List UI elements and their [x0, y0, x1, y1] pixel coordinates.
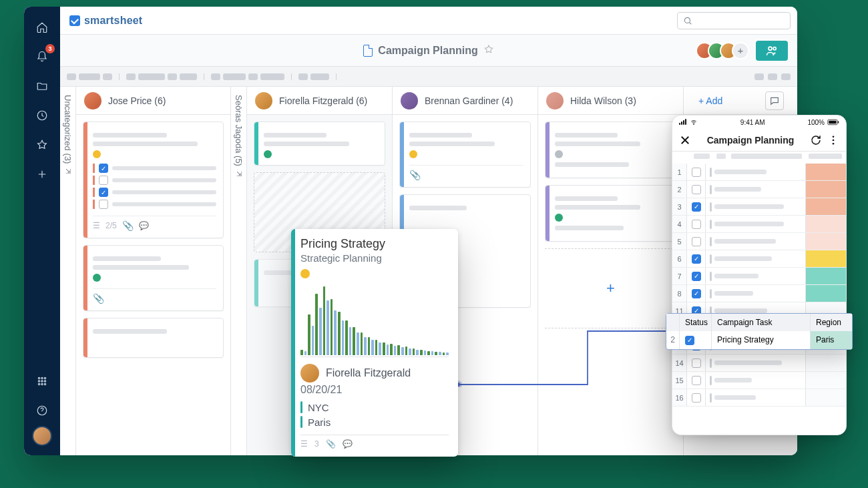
status-dot-icon	[300, 269, 310, 278]
card[interactable]	[83, 318, 224, 358]
add-card-button[interactable]: +	[545, 248, 676, 328]
row-index: 6	[672, 250, 687, 267]
comment-icon[interactable]: 💬	[139, 221, 149, 230]
comment-icon[interactable]: 💬	[343, 439, 353, 449]
table-row[interactable]: 5	[672, 233, 846, 250]
card-tag: Paris	[308, 417, 331, 428]
mobile-row-flyout[interactable]: Status Campaign Task Region 2 ✓ Pricing …	[666, 313, 853, 350]
card[interactable]	[545, 121, 676, 178]
card[interactable]: ✓ ✓ ☰ 2/5 📎 💬	[83, 121, 224, 238]
table-row[interactable]: 1	[672, 164, 846, 181]
row-index: 1	[672, 164, 687, 180]
checkbox-icon[interactable]: ✓	[692, 272, 701, 281]
checkbox-icon[interactable]	[692, 376, 701, 385]
svg-point-1	[38, 377, 39, 379]
avatar	[300, 364, 319, 383]
favorite-toggle-icon[interactable]	[483, 44, 494, 57]
table-row[interactable]: 16	[672, 389, 846, 407]
header-region: Region	[811, 314, 852, 331]
checkbox-icon[interactable]	[692, 185, 701, 194]
swimlane-collapse-icon[interactable]: ⇲	[65, 168, 71, 175]
svg-point-21	[833, 139, 835, 141]
table-row[interactable]: 6✓	[672, 250, 846, 268]
checkbox-icon[interactable]: ✓	[685, 336, 694, 345]
card-tag: NYC	[308, 402, 329, 413]
swimlane-collapse-icon[interactable]: ⇲	[236, 170, 242, 178]
current-user-avatar[interactable]	[32, 426, 52, 446]
collaborators-more[interactable]: +	[732, 42, 749, 59]
card-subtitle: Strategic Planning	[300, 252, 449, 264]
left-nav: 3	[24, 7, 60, 455]
checkbox-icon[interactable]	[692, 358, 701, 368]
row-index: 7	[672, 268, 687, 284]
svg-point-11	[684, 17, 690, 23]
folders-icon[interactable]	[31, 75, 53, 97]
column-title: Fiorella Fitzgerald (6)	[279, 95, 367, 106]
collaborator-avatars[interactable]: +	[701, 42, 749, 59]
attachment-icon: 📎	[122, 220, 134, 231]
notifications-icon[interactable]: 3	[31, 45, 53, 68]
checkbox-icon[interactable]: ✓	[99, 164, 108, 173]
brand-mark-icon	[69, 15, 80, 26]
checkbox-icon[interactable]: ✓	[692, 289, 701, 298]
add-column-button[interactable]: + Add	[692, 95, 722, 106]
mobile-title-bar: Campaign Planning	[672, 129, 846, 152]
swimlane-seoras[interactable]: Seòras Jagoda (5) ⇲	[231, 87, 247, 455]
table-row[interactable]: 7✓	[672, 268, 846, 285]
sheet-tab-bar: Campaign Planning +	[60, 35, 797, 67]
table-row[interactable]: 8✓	[672, 285, 846, 302]
card[interactable]	[254, 121, 385, 166]
brand-logo[interactable]: smartsheet	[69, 15, 142, 27]
home-icon[interactable]	[31, 16, 53, 39]
checkbox-icon[interactable]	[99, 176, 108, 185]
checkbox-icon[interactable]	[692, 168, 701, 177]
apps-icon[interactable]	[31, 370, 53, 393]
swimlane-uncategorized[interactable]: Uncategorized (3) ⇲	[60, 87, 76, 455]
svg-point-20	[833, 136, 835, 138]
close-icon[interactable]	[679, 134, 691, 146]
table-row[interactable]: 4	[672, 216, 846, 233]
row-index: 2	[666, 331, 680, 349]
table-row[interactable]: 3✓	[672, 198, 846, 216]
checkbox-icon[interactable]: ✓	[692, 254, 701, 264]
card-date: 08/20/21	[300, 384, 449, 396]
checkbox-icon[interactable]	[692, 220, 701, 229]
top-bar: smartsheet	[60, 7, 797, 35]
refresh-icon[interactable]	[810, 134, 822, 146]
table-row[interactable]: 14	[672, 354, 846, 372]
table-row[interactable]: 2	[672, 181, 846, 198]
recents-icon[interactable]	[31, 104, 53, 127]
checkbox-icon[interactable]: ✓	[99, 188, 108, 197]
checkbox-icon[interactable]	[692, 393, 701, 403]
avatar	[84, 92, 101, 109]
avatar	[255, 92, 272, 109]
checkbox-icon[interactable]	[692, 237, 701, 246]
mobile-grid[interactable]: 123✓456✓7✓8✓11✓12✓13✓141516	[672, 164, 846, 407]
svg-point-6	[44, 381, 45, 382]
toolbar	[60, 67, 797, 87]
row-region: Paris	[811, 331, 852, 349]
add-icon[interactable]	[31, 163, 53, 186]
global-search[interactable]	[677, 12, 791, 29]
favorites-icon[interactable]	[31, 134, 53, 156]
card-detail-popout[interactable]: Pricing Strategy Strategic Planning Fior…	[291, 229, 458, 457]
more-vertical-icon[interactable]	[827, 134, 839, 146]
help-icon[interactable]	[31, 399, 53, 422]
card[interactable]: 📎	[399, 121, 531, 188]
column-title: Hilda Wilson (3)	[570, 95, 636, 106]
svg-rect-18	[829, 121, 836, 124]
svg-point-5	[41, 381, 43, 382]
checkbox-icon[interactable]	[99, 200, 108, 209]
attachment-icon: 📎	[93, 293, 104, 304]
share-button[interactable]	[756, 41, 788, 61]
row-index: 16	[672, 389, 687, 406]
comments-panel-toggle[interactable]	[765, 91, 784, 110]
svg-point-4	[38, 381, 39, 382]
card[interactable]	[545, 185, 676, 242]
status-dot-icon	[93, 150, 101, 158]
card[interactable]: 📎	[83, 245, 224, 311]
sheet-title: Campaign Planning	[378, 45, 477, 57]
row-index: 5	[672, 233, 687, 250]
table-row[interactable]: 15	[672, 372, 846, 389]
checkbox-icon[interactable]: ✓	[692, 202, 701, 212]
